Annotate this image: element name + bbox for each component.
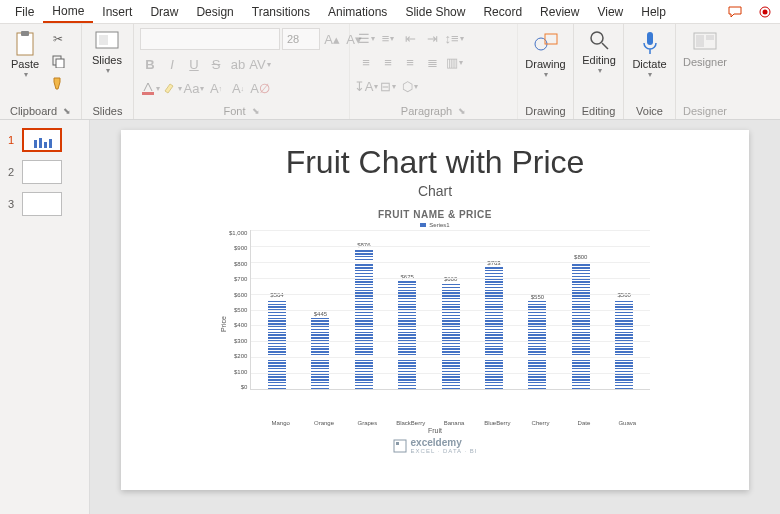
spacing-icon[interactable]: AV▾ — [250, 54, 270, 74]
justify-icon[interactable]: ≣ — [422, 52, 442, 72]
paste-button[interactable]: Paste▾ — [6, 28, 44, 81]
italic-icon[interactable]: I — [162, 54, 182, 74]
svg-rect-21 — [394, 440, 406, 452]
align-left-icon[interactable]: ≡ — [356, 52, 376, 72]
slides-button[interactable]: Slides▾ — [88, 28, 126, 77]
svg-rect-3 — [21, 31, 29, 36]
tab-review[interactable]: Review — [531, 2, 588, 22]
format-painter-icon[interactable] — [48, 74, 68, 92]
svg-rect-20 — [49, 139, 52, 148]
tab-slideshow[interactable]: Slide Show — [396, 2, 474, 22]
underline-icon[interactable]: U — [184, 54, 204, 74]
smartart-icon[interactable]: ⬡▾ — [400, 76, 420, 96]
indent-dec-icon[interactable]: ⇤ — [400, 28, 420, 48]
slide-title: Fruit Chart with Price — [286, 144, 585, 181]
tab-transitions[interactable]: Transitions — [243, 2, 319, 22]
tab-help[interactable]: Help — [632, 2, 675, 22]
indent-inc-icon[interactable]: ⇥ — [422, 28, 442, 48]
drawing-button[interactable]: Drawing▾ — [524, 28, 567, 81]
group-designer-label: Designer — [682, 104, 728, 118]
numbering-icon[interactable]: ≡▾ — [378, 28, 398, 48]
tab-animations[interactable]: Animations — [319, 2, 396, 22]
group-editing-label: Editing — [580, 104, 617, 118]
thumbnail-3[interactable]: 3 — [0, 190, 89, 222]
change-case-icon[interactable]: Aa▾ — [184, 78, 204, 98]
svg-rect-16 — [706, 35, 714, 40]
font-family-combo[interactable] — [140, 28, 280, 50]
slides-icon — [94, 30, 120, 52]
mic-icon — [641, 30, 659, 56]
tab-insert[interactable]: Insert — [93, 2, 141, 22]
tab-design[interactable]: Design — [187, 2, 242, 22]
tab-home[interactable]: Home — [43, 1, 93, 23]
slide-canvas[interactable]: Fruit Chart with Price Chart FRUIT NAME … — [90, 120, 780, 514]
slide-subtitle: Chart — [418, 183, 452, 199]
line-spacing-icon[interactable]: ↕≡▾ — [444, 28, 464, 48]
shadow-icon[interactable]: ab — [228, 54, 248, 74]
group-slides-label: Slides — [88, 104, 127, 118]
columns-icon[interactable]: ▥▾ — [444, 52, 464, 72]
svg-rect-13 — [647, 32, 653, 45]
font-launcher-icon[interactable]: ⬊ — [252, 106, 260, 116]
align-center-icon[interactable]: ≡ — [378, 52, 398, 72]
bar-orange — [311, 318, 329, 389]
designer-icon — [692, 30, 718, 54]
copy-icon[interactable] — [48, 52, 68, 70]
record-icon[interactable] — [754, 3, 776, 21]
paragraph-launcher-icon[interactable]: ⬊ — [458, 106, 466, 116]
plot-area: $564$445$876$675$660$763$550$800$560 — [250, 230, 650, 390]
group-font-label: Font — [223, 105, 245, 117]
y-axis-label: Price — [220, 316, 227, 332]
highlight-icon[interactable]: ▾ — [162, 78, 182, 98]
tab-view[interactable]: View — [588, 2, 632, 22]
svg-point-11 — [591, 32, 603, 44]
increase-font-icon[interactable]: A▴ — [322, 29, 342, 49]
svg-rect-8 — [142, 92, 154, 95]
align-right-icon[interactable]: ≡ — [400, 52, 420, 72]
search-icon — [589, 30, 609, 52]
group-voice-label: Voice — [630, 104, 669, 118]
comments-icon[interactable] — [724, 3, 746, 21]
editor-area: 1 2 3 Fruit Chart with Price Chart FRUIT… — [0, 120, 780, 514]
logo-icon — [393, 439, 407, 453]
tab-record[interactable]: Record — [474, 2, 531, 22]
drawing-icon — [533, 30, 559, 56]
bar-mango — [268, 299, 286, 389]
align-text-icon[interactable]: ⊟▾ — [378, 76, 398, 96]
tab-file[interactable]: File — [6, 2, 43, 22]
bar-cherry — [528, 301, 546, 389]
grow-font-icon[interactable]: A↑ — [206, 78, 226, 98]
ribbon: Paste▾ ✂ Clipboard⬊ Slides▾ Slides A▴ A — [0, 24, 780, 120]
text-direction-icon[interactable]: ↧A▾ — [356, 76, 376, 96]
chart-legend: Series1 — [420, 222, 449, 228]
svg-rect-18 — [39, 138, 42, 148]
svg-rect-22 — [396, 442, 399, 445]
thumbnail-panel: 1 2 3 — [0, 120, 90, 514]
chart-area: Price $1,000$900$800$700$600$500$400$300… — [220, 230, 650, 418]
font-color-icon[interactable]: ▾ — [140, 78, 160, 98]
font-size-combo[interactable] — [282, 28, 320, 50]
dictate-button[interactable]: Dictate▾ — [630, 28, 669, 81]
bold-icon[interactable]: B — [140, 54, 160, 74]
cut-icon[interactable]: ✂ — [48, 30, 68, 48]
shrink-font-icon[interactable]: A↓ — [228, 78, 248, 98]
svg-rect-2 — [17, 33, 33, 55]
bullets-icon[interactable]: ☰▾ — [356, 28, 376, 48]
clipboard-launcher-icon[interactable]: ⬊ — [63, 106, 71, 116]
x-axis: MangoOrangeGrapesBlackBerryBananaBlueBer… — [259, 420, 649, 426]
strike-icon[interactable]: S — [206, 54, 226, 74]
chart-title: FRUIT NAME & PRICE — [378, 209, 492, 220]
tab-draw[interactable]: Draw — [141, 2, 187, 22]
thumbnail-2[interactable]: 2 — [0, 158, 89, 190]
y-axis: $1,000$900$800$700$600$500$400$300$200$1… — [229, 230, 250, 390]
designer-button[interactable]: Designer — [682, 28, 728, 70]
group-clipboard-label: Clipboard — [10, 105, 57, 117]
clear-format-icon[interactable]: A∅ — [250, 78, 270, 98]
x-axis-label: Fruit — [428, 427, 442, 434]
slide: Fruit Chart with Price Chart FRUIT NAME … — [121, 130, 749, 490]
svg-rect-5 — [56, 59, 64, 68]
thumbnail-1[interactable]: 1 — [0, 126, 89, 158]
svg-rect-7 — [99, 35, 108, 45]
svg-line-12 — [602, 43, 608, 49]
editing-button[interactable]: Editing▾ — [580, 28, 618, 77]
